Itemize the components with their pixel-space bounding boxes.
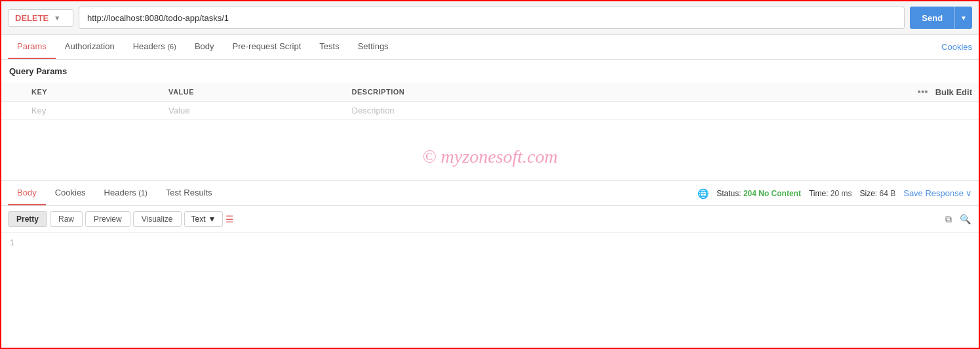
right-icons: ⧉ 🔍 (944, 213, 972, 226)
method-chevron: ▼ (54, 14, 60, 22)
tab-authorization[interactable]: Authorization (56, 35, 124, 59)
status-label: Status: 204 No Content (716, 189, 801, 198)
line-numbers: 1 (1, 238, 21, 247)
send-button[interactable]: Send ▼ (910, 7, 972, 29)
watermark: © myzonesoft.com (1, 120, 979, 180)
row-description[interactable]: Description (345, 102, 658, 120)
line-number-1: 1 (10, 238, 14, 247)
method-dropdown[interactable]: DELETE ▼ (8, 9, 73, 27)
col-description-header: DESCRIPTION (345, 83, 658, 102)
more-options-icon[interactable]: ••• (918, 87, 928, 97)
visualize-button[interactable]: Visualize (133, 211, 182, 227)
response-section: Body Cookies Headers (1) Test Results 🌐 … (1, 181, 979, 253)
response-headers-badge: (1) (138, 189, 147, 197)
tab-pre-request-script[interactable]: Pre-request Script (224, 35, 311, 59)
text-select-label: Text (191, 215, 206, 224)
globe-icon: 🌐 (697, 188, 709, 199)
save-response-chevron: ∨ (966, 188, 972, 198)
response-tab-headers[interactable]: Headers (1) (95, 181, 157, 205)
col-actions-header: ••• Bulk Edit (658, 83, 979, 102)
tab-settings[interactable]: Settings (349, 35, 398, 59)
code-content[interactable] (21, 238, 979, 247)
table-row: Key Value Description (1, 102, 979, 120)
response-tab-test-results[interactable]: Test Results (157, 181, 222, 205)
method-label: DELETE (15, 13, 49, 23)
top-bar: DELETE ▼ Send ▼ (1, 1, 979, 35)
save-response-button[interactable]: Save Response ∨ (903, 188, 972, 198)
tab-body[interactable]: Body (186, 35, 224, 59)
row-key[interactable]: Key (25, 102, 162, 120)
row-actions (658, 102, 979, 120)
size-label: Size: 64 B (860, 189, 896, 198)
col-check-header (1, 83, 25, 102)
section-title-query-params: Query Params (1, 60, 979, 83)
request-tabs: Params Authorization Headers (6) Body Pr… (1, 35, 979, 60)
send-label: Send (910, 13, 954, 23)
preview-button[interactable]: Preview (85, 211, 130, 227)
filter-icon[interactable]: ☰ (225, 214, 234, 224)
size-value: 64 B (880, 189, 896, 198)
response-status-bar: 🌐 Status: 204 No Content Time: 20 ms Siz… (697, 188, 972, 199)
search-icon[interactable]: 🔍 (958, 213, 972, 226)
copy-icon[interactable]: ⧉ (944, 213, 953, 226)
code-area: 1 (1, 233, 979, 253)
tab-params[interactable]: Params (8, 35, 56, 59)
raw-button[interactable]: Raw (50, 211, 83, 227)
col-key-header: KEY (25, 83, 162, 102)
response-tabs-bar: Body Cookies Headers (1) Test Results 🌐 … (1, 181, 979, 206)
tab-headers[interactable]: Headers (6) (124, 35, 186, 59)
bulk-edit-button[interactable]: Bulk Edit (935, 87, 972, 97)
format-bar: Pretty Raw Preview Visualize Text ▼ ☰ ⧉ … (1, 206, 979, 233)
text-select-chevron: ▼ (208, 215, 216, 224)
response-tab-body[interactable]: Body (8, 181, 46, 205)
params-table: KEY VALUE DESCRIPTION ••• Bulk Edit Key … (1, 83, 979, 120)
row-value[interactable]: Value (162, 102, 345, 120)
url-input[interactable] (79, 7, 905, 29)
text-select-dropdown[interactable]: Text ▼ (184, 211, 224, 227)
headers-badge: (6) (167, 43, 176, 51)
pretty-button[interactable]: Pretty (8, 211, 47, 227)
query-params-section: Query Params KEY VALUE DESCRIPTION ••• B… (1, 60, 979, 120)
send-dropdown-arrow[interactable]: ▼ (954, 7, 972, 29)
status-code: 204 No Content (743, 189, 801, 198)
time-value: 20 ms (831, 189, 852, 198)
row-check (1, 102, 25, 120)
response-tab-cookies[interactable]: Cookies (46, 181, 95, 205)
save-response-label: Save Response (903, 188, 964, 198)
cookies-link[interactable]: Cookies (941, 42, 972, 52)
col-value-header: VALUE (162, 83, 345, 102)
tab-tests[interactable]: Tests (310, 35, 348, 59)
time-label: Time: 20 ms (809, 189, 852, 198)
